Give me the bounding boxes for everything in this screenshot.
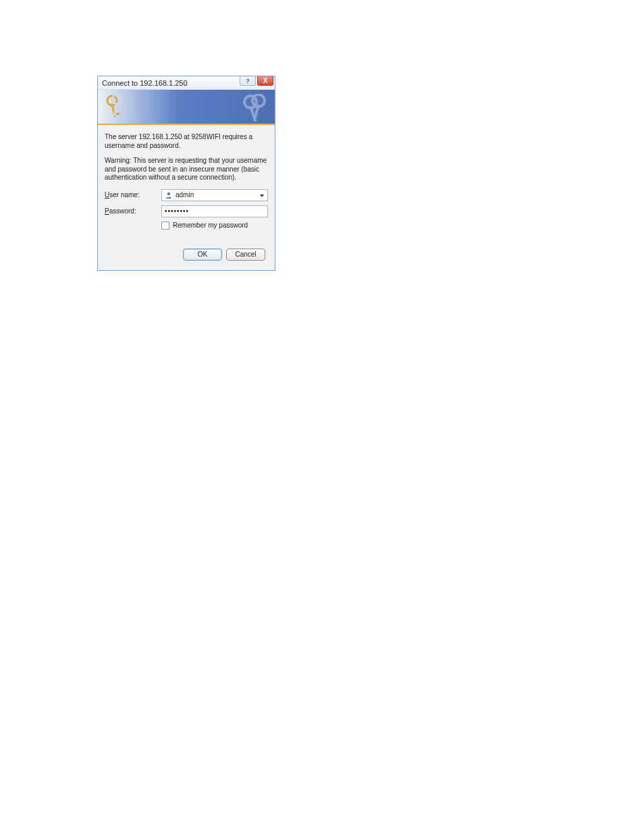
- remember-checkbox[interactable]: [161, 221, 169, 230]
- close-button[interactable]: X: [257, 76, 273, 86]
- keys-icon: [103, 94, 126, 122]
- keys-icon-watermark: [238, 94, 269, 125]
- username-input[interactable]: admin: [161, 189, 268, 201]
- password-label: Password:: [105, 207, 161, 215]
- password-input[interactable]: ••••••••: [161, 205, 268, 217]
- remember-label: Remember my password: [173, 221, 248, 229]
- password-row: Password: ••••••••: [105, 205, 268, 217]
- ok-button[interactable]: OK: [183, 249, 222, 261]
- remember-row: Remember my password: [105, 221, 268, 230]
- username-label: User name:: [105, 191, 161, 199]
- dialog-title: Connect to 192.168.1.250: [102, 79, 188, 87]
- svg-rect-2: [116, 112, 120, 115]
- chevron-down-icon[interactable]: [260, 194, 264, 197]
- titlebar: Connect to 192.168.1.250 ? X: [98, 76, 275, 90]
- button-row: OK Cancel: [105, 249, 268, 263]
- title-buttons: ? X: [240, 76, 275, 89]
- cancel-button[interactable]: Cancel: [226, 249, 265, 261]
- banner: [98, 90, 275, 125]
- auth-dialog: Connect to 192.168.1.250 ? X Th: [97, 76, 275, 271]
- user-icon: [165, 191, 173, 199]
- content-area: The server 192.168.1.250 at 9258WIFI req…: [98, 125, 275, 270]
- help-button[interactable]: ?: [240, 76, 256, 86]
- warning-message: Warning: This server is requesting that …: [105, 157, 268, 182]
- username-row: User name: admin: [105, 189, 268, 201]
- svg-point-9: [167, 192, 170, 194]
- username-value: admin: [176, 191, 194, 199]
- server-message: The server 192.168.1.250 at 9258WIFI req…: [105, 133, 268, 150]
